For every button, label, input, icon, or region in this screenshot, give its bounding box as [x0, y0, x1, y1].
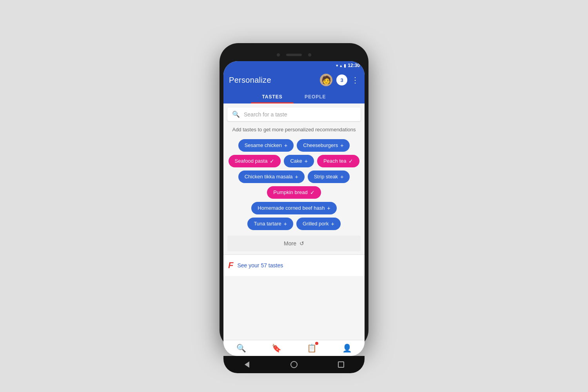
- nav-profile[interactable]: 👤: [342, 343, 352, 353]
- refresh-icon: ↺: [299, 240, 304, 247]
- tags-row-3: Pumpkin bread ✓: [267, 186, 321, 199]
- recents-button[interactable]: [336, 360, 346, 369]
- tag-tuna-tartare[interactable]: Tuna tartare +: [247, 218, 293, 230]
- notification-count: 3: [340, 77, 343, 83]
- phone-top-bar: [223, 49, 365, 61]
- more-button[interactable]: More ↺: [227, 236, 361, 251]
- app-title: Personalize: [229, 76, 271, 85]
- tag-chicken-tikka[interactable]: Chicken tikka masala +: [238, 171, 305, 183]
- wifi-icon: ▾: [336, 63, 338, 68]
- nav-saved[interactable]: 🔖: [272, 343, 281, 353]
- tag-label: Tuna tartare: [254, 221, 281, 227]
- back-button[interactable]: [242, 360, 252, 369]
- status-bar: ▾ ▴ ▮ 12:30: [223, 61, 365, 70]
- saved-nav-icon: 🔖: [272, 343, 281, 353]
- nav-feed[interactable]: 📋: [307, 343, 317, 353]
- android-nav: [223, 356, 365, 373]
- tag-add-icon: +: [305, 158, 308, 164]
- menu-button[interactable]: ⋮: [351, 75, 359, 85]
- search-icon: 🔍: [232, 111, 240, 118]
- tag-check-icon: ✓: [310, 189, 315, 196]
- see-tastes[interactable]: F See your 57 tastes: [223, 254, 365, 276]
- search-placeholder: Search for a taste: [244, 111, 287, 118]
- tag-seafood-pasta[interactable]: Seafood pasta ✓: [229, 155, 281, 167]
- tag-add-icon: +: [327, 205, 330, 211]
- tags-row-5: Tuna tartare + Grilled pork +: [247, 218, 340, 230]
- tags-row-0: Sesame chicken + Cheeseburgers +: [238, 139, 350, 152]
- tag-label: Chicken tikka masala: [245, 174, 293, 180]
- avatar[interactable]: 🧑: [320, 74, 332, 86]
- status-time: 12:30: [348, 63, 360, 68]
- see-tastes-text: See your 57 tastes: [237, 262, 283, 269]
- signal-icon: ▴: [340, 63, 342, 68]
- tag-label: Seafood pasta: [235, 158, 268, 164]
- tabs-bar: TASTES PEOPLE: [223, 90, 365, 103]
- tag-label: Sesame chicken: [245, 142, 282, 148]
- battery-icon: ▮: [344, 63, 346, 68]
- tags-row-1: Seafood pasta ✓ Cake + Peach tea ✓: [229, 155, 360, 167]
- tags-area: Sesame chicken + Cheeseburgers + Seafood…: [223, 138, 365, 232]
- tag-grilled-pork[interactable]: Grilled pork +: [296, 218, 341, 230]
- phone-frame: ▾ ▴ ▮ 12:30 Personalize 🧑 3 ⋮ TASTES: [220, 43, 368, 349]
- search-nav-icon: 🔍: [236, 343, 246, 353]
- tag-add-icon: +: [340, 142, 343, 149]
- tag-check-icon: ✓: [348, 158, 353, 164]
- tags-row-4: Homemade corned beef hash +: [251, 202, 336, 214]
- nav-search[interactable]: 🔍: [236, 343, 246, 353]
- tag-add-icon: +: [340, 174, 343, 180]
- tag-peach-tea[interactable]: Peach tea ✓: [317, 155, 360, 167]
- tag-label: Cheeseburgers: [303, 142, 338, 148]
- tag-label: Cake: [290, 158, 302, 164]
- tag-cake[interactable]: Cake +: [284, 155, 314, 167]
- speaker-grill: [286, 54, 302, 56]
- feed-badge: [315, 342, 318, 345]
- tag-label: Peach tea: [323, 158, 347, 164]
- tag-cheeseburgers[interactable]: Cheeseburgers +: [297, 139, 350, 152]
- phone-screen: ▾ ▴ ▮ 12:30 Personalize 🧑 3 ⋮ TASTES: [223, 61, 365, 356]
- tag-label: Strip steak: [314, 174, 338, 180]
- tag-add-icon: +: [284, 221, 287, 227]
- tag-corned-beef-hash[interactable]: Homemade corned beef hash +: [251, 202, 336, 214]
- tag-strip-steak[interactable]: Strip steak +: [308, 171, 350, 183]
- app-bar: Personalize 🧑 3 ⋮: [223, 70, 365, 90]
- bottom-nav: 🔍 🔖 📋 👤: [223, 340, 365, 356]
- profile-nav-icon: 👤: [342, 343, 352, 353]
- camera-dot: [277, 53, 280, 56]
- tags-row-2: Chicken tikka masala + Strip steak +: [238, 171, 350, 183]
- more-label: More: [284, 240, 296, 247]
- notification-badge[interactable]: 3: [336, 74, 347, 85]
- tag-check-icon: ✓: [270, 158, 274, 164]
- sensor-dot: [308, 53, 311, 56]
- search-bar[interactable]: 🔍 Search for a taste: [227, 107, 361, 121]
- foursquare-icon: F: [228, 260, 233, 270]
- content-area: 🔍 Search for a taste Add tastes to get m…: [223, 103, 365, 340]
- tag-label: Pumpkin bread: [273, 189, 307, 195]
- tab-tastes[interactable]: TASTES: [251, 90, 293, 103]
- tag-sesame-chicken[interactable]: Sesame chicken +: [238, 139, 294, 152]
- tag-add-icon: +: [295, 174, 298, 180]
- status-icons: ▾ ▴ ▮ 12:30: [336, 63, 360, 68]
- tag-label: Homemade corned beef hash: [258, 205, 325, 211]
- tag-add-icon: +: [331, 221, 334, 227]
- tag-label: Grilled pork: [303, 221, 328, 227]
- tag-add-icon: +: [284, 142, 287, 149]
- description-text: Add tastes to get more personalized reco…: [223, 123, 365, 138]
- tab-people[interactable]: PEOPLE: [294, 90, 337, 103]
- tag-pumpkin-bread[interactable]: Pumpkin bread ✓: [267, 186, 321, 199]
- feed-nav-icon: 📋: [307, 343, 317, 353]
- app-bar-actions: 🧑 3 ⋮: [320, 74, 359, 86]
- home-button[interactable]: [289, 360, 299, 369]
